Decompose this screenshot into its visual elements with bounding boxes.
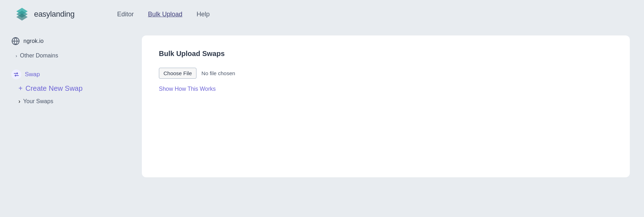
domain-label: ngrok.io [23,38,44,44]
swap-icon [11,69,21,79]
logo-text: easylanding [34,10,74,19]
globe-icon [11,37,20,45]
choose-file-label[interactable]: Choose File [159,68,196,79]
nav-help[interactable]: Help [196,11,210,18]
logo-area: easylanding [14,6,74,22]
swap-label: Swap [25,71,40,78]
sidebar-item-other-domains[interactable]: › Other Domains [11,50,123,61]
top-nav: easylanding Editor Bulk Upload Help [0,0,644,28]
card-title: Bulk Upload Swaps [159,50,613,58]
plus-icon: + [18,84,23,93]
nav-bulk-upload[interactable]: Bulk Upload [148,11,182,18]
your-swaps-label: Your Swaps [23,98,53,105]
create-new-swap-button[interactable]: + Create New Swap [11,82,123,95]
nav-links: Editor Bulk Upload Help [117,11,210,18]
chevron-right-icon-swaps: › [18,98,20,105]
main-layout: ngrok.io › Other Domains Swap + Create N… [0,28,644,217]
bulk-upload-card: Bulk Upload Swaps Choose File No file ch… [142,35,630,177]
sidebar-section-swap: Swap + Create New Swap › Your Swaps [11,67,123,107]
chevron-right-icon: › [16,53,17,59]
other-domains-label: Other Domains [20,52,58,59]
sidebar: ngrok.io › Other Domains Swap + Create N… [0,28,135,217]
nav-editor[interactable]: Editor [117,11,134,18]
show-how-link[interactable]: Show How This Works [159,86,216,92]
swap-header[interactable]: Swap [11,67,123,82]
create-new-swap-label: Create New Swap [26,84,83,93]
logo-icon [14,6,30,22]
file-input-row: Choose File No file chosen [159,68,613,79]
sidebar-domain: ngrok.io [11,37,123,45]
no-file-text: No file chosen [201,70,235,76]
sidebar-item-your-swaps[interactable]: › Your Swaps [11,95,123,107]
content-area: Bulk Upload Swaps Choose File No file ch… [135,28,644,217]
